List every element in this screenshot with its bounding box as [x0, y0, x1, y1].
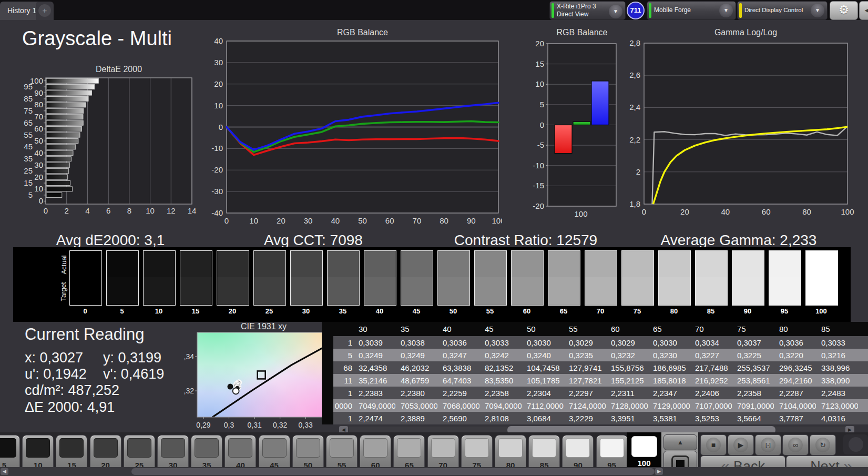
- patch-button-80[interactable]: 80: [495, 435, 526, 472]
- svg-text:20: 20: [34, 173, 43, 181]
- svg-text:45: 45: [24, 142, 33, 151]
- svg-text:-15: -15: [533, 181, 544, 190]
- reading-v: v': 0,4619: [103, 366, 164, 382]
- table-cell: 46,2032: [401, 363, 437, 372]
- disabled-transport-button: [843, 434, 868, 454]
- svg-text:30: 30: [214, 58, 223, 67]
- swatch-actual: [70, 251, 101, 277]
- patch-button-30[interactable]: 30: [157, 435, 189, 472]
- svg-text:8: 8: [127, 206, 131, 215]
- bottom-scroll-left-icon[interactable]: ◀: [1, 468, 8, 475]
- svg-text:RGB Balance: RGB Balance: [557, 29, 608, 37]
- patch-button-40[interactable]: 40: [224, 435, 256, 472]
- stat-avg-cct: Avg CCT: 7098: [264, 232, 363, 249]
- svg-text:0: 0: [642, 207, 646, 216]
- patch-button-10[interactable]: 10: [22, 435, 54, 472]
- loop-button[interactable]: ∞: [782, 434, 809, 455]
- patch-button-95[interactable]: 95: [596, 435, 628, 472]
- swatch-level-label: 15: [180, 307, 211, 315]
- table-row-header: [322, 349, 333, 361]
- display-control-dropdown[interactable]: Direct Display Control ▼: [737, 1, 828, 20]
- patch-button-85[interactable]: 85: [528, 435, 560, 472]
- patch-button-35[interactable]: 35: [191, 435, 222, 472]
- svg-text:90: 90: [467, 216, 476, 225]
- table-clipped-cell: 0000: [334, 401, 352, 410]
- table-header-cell: 65: [653, 325, 689, 333]
- svg-text:60: 60: [762, 207, 771, 216]
- swatch-actual: [291, 251, 322, 277]
- patch-button-20[interactable]: 20: [90, 435, 121, 472]
- table-cell: 0,3036: [443, 338, 479, 347]
- svg-text:4: 4: [85, 206, 89, 215]
- settings-button[interactable]: ⚙: [830, 1, 858, 20]
- control-status-stripe: [739, 3, 742, 18]
- swatch-actual: [217, 251, 249, 277]
- swatch-level-label: 70: [585, 307, 616, 315]
- meter-dropdown[interactable]: X-Rite i1Pro 3Direct View ▼: [549, 1, 626, 20]
- svg-text:30: 30: [34, 160, 43, 169]
- svg-text:85: 85: [24, 94, 33, 103]
- meter-count-badge[interactable]: 711: [627, 2, 645, 19]
- grayscale-swatch-35: [327, 250, 360, 306]
- svg-text:2,8: 2,8: [629, 38, 640, 47]
- patch-chip: [465, 438, 489, 458]
- table-clipped-cell: 1: [334, 338, 352, 347]
- svg-text:0: 0: [39, 196, 43, 205]
- play-button[interactable]: ▶: [728, 434, 754, 455]
- table-header-cell: 75: [737, 325, 773, 333]
- collapse-panel-button[interactable]: ◀: [859, 1, 868, 20]
- table-row-header: [322, 361, 333, 374]
- patch-button-65[interactable]: 65: [393, 435, 425, 472]
- table-cell: 127,7821: [569, 376, 606, 385]
- grayscale-swatch-75: [621, 250, 654, 306]
- patch-button-45[interactable]: 45: [259, 435, 290, 472]
- refresh-button[interactable]: ↻: [810, 434, 836, 455]
- svg-text:5: 5: [28, 190, 33, 199]
- patch-button-60[interactable]: 60: [360, 435, 391, 472]
- source-dropdown[interactable]: Mobile Forge ▼: [647, 1, 736, 20]
- grayscale-swatch-0: [69, 250, 102, 306]
- svg-text:65: 65: [24, 118, 33, 127]
- table-header-cell: 80: [779, 325, 815, 333]
- table-header-cell: 40: [443, 325, 478, 333]
- patch-button-90[interactable]: 90: [562, 435, 594, 472]
- current-reading-title: Current Reading: [25, 325, 144, 344]
- bottom-scroll-right-icon[interactable]: ▶: [655, 468, 663, 475]
- patch-button-55[interactable]: 55: [326, 435, 358, 472]
- patch-button-70[interactable]: 70: [427, 435, 459, 472]
- patch-size-up-button[interactable]: ▲: [663, 434, 697, 450]
- swatch-target: [512, 277, 543, 305]
- svg-text:80: 80: [440, 216, 448, 225]
- svg-text:1,8: 1,8: [629, 199, 640, 208]
- bottom-scrollbar-thumb[interactable]: [131, 468, 655, 475]
- svg-text:0: 0: [44, 206, 48, 215]
- patch-button-75[interactable]: 75: [461, 435, 493, 472]
- patch-button-5[interactable]: 5: [0, 435, 20, 472]
- swatch-actual: [622, 251, 653, 277]
- swatch-level-label: 30: [290, 307, 322, 315]
- patch-chip: [59, 438, 84, 458]
- svg-text:95: 95: [24, 82, 33, 91]
- patch-button-25[interactable]: 25: [124, 435, 155, 472]
- table-cell: 0,3249: [401, 351, 437, 360]
- stop-button[interactable]: ■: [700, 434, 727, 455]
- grayscale-swatch-95: [769, 250, 801, 306]
- svg-text:0: 0: [224, 216, 229, 225]
- svg-text:-10: -10: [211, 144, 223, 153]
- swatch-level-label: 85: [695, 307, 727, 315]
- table-cell: 2,2304: [527, 389, 564, 398]
- swatch-actual: [585, 251, 617, 277]
- swatch-target: [144, 277, 175, 305]
- table-cell: 338,090: [821, 376, 858, 385]
- meter-status-stripe: [552, 3, 554, 18]
- add-tab-button[interactable]: +: [36, 2, 54, 20]
- patch-button-50[interactable]: 50: [292, 435, 324, 472]
- range-button[interactable]: [-]: [755, 434, 781, 455]
- table-cell: 0,3249: [359, 351, 395, 360]
- patch-label: 100: [627, 459, 661, 468]
- patch-button-15[interactable]: 15: [56, 435, 87, 472]
- patch-chip: [161, 438, 185, 458]
- svg-text:10: 10: [146, 206, 155, 215]
- table-cell: 64,7403: [443, 376, 479, 385]
- table-cell: 0,3242: [485, 351, 522, 360]
